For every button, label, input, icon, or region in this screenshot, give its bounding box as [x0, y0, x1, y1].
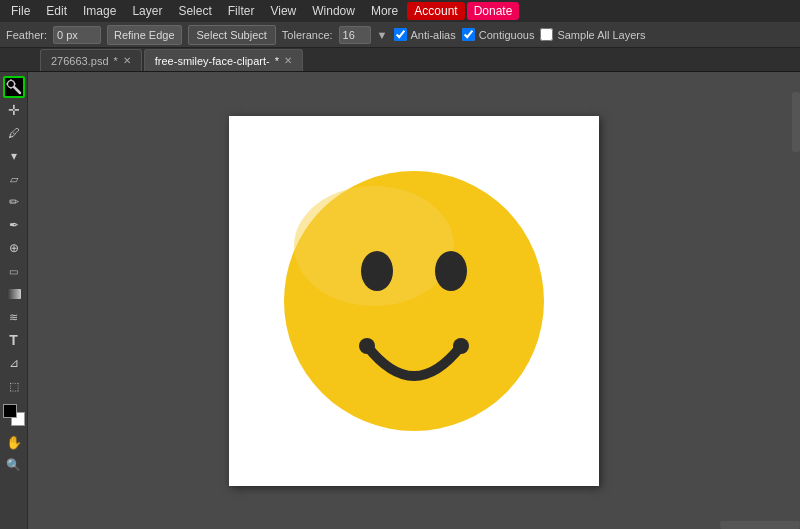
eraser-icon: ▱ [10, 173, 18, 186]
menu-more[interactable]: More [364, 2, 405, 20]
zoom-icon: 🔍 [6, 458, 21, 472]
tab-smiley-close[interactable]: ✕ [284, 55, 292, 66]
text-tool[interactable]: T [3, 329, 25, 351]
brush-tool[interactable]: ✏ [3, 191, 25, 213]
pen-icon: ⊿ [9, 356, 19, 370]
smudge-icon: ≋ [9, 311, 18, 324]
tools-sidebar: ✛ 🖊 ▾ ▱ ✏ ✒ ⊕ ▭ ≋ T ⊿ [0, 72, 28, 529]
tab-smiley-label: free-smiley-face-clipart- [155, 55, 270, 67]
pencil-tool[interactable]: ✒ [3, 214, 25, 236]
pen-tool[interactable]: ⊿ [3, 352, 25, 374]
anti-alias-label: Anti-alias [411, 29, 456, 41]
menu-filter[interactable]: Filter [221, 2, 262, 20]
color-swatches[interactable] [3, 404, 25, 426]
sample-all-label: Sample All Layers [557, 29, 645, 41]
menu-bar: File Edit Image Layer Select Filter View… [0, 0, 800, 22]
canvas-area[interactable] [28, 72, 800, 529]
smudge-tool[interactable]: ≋ [3, 306, 25, 328]
sample-all-group: Sample All Layers [540, 28, 645, 41]
tab-smiley-modified: * [275, 55, 279, 67]
magic-wand-tool[interactable] [3, 76, 25, 98]
move-icon: ✛ [8, 102, 20, 118]
hand-tool[interactable]: ✋ [3, 431, 25, 453]
menu-edit[interactable]: Edit [39, 2, 74, 20]
tab-psd-close[interactable]: ✕ [123, 55, 131, 66]
hand-icon: ✋ [6, 435, 22, 450]
text-icon: T [9, 332, 18, 348]
gradient-tool[interactable] [3, 283, 25, 305]
svg-point-10 [359, 338, 375, 354]
gradient-icon [7, 289, 21, 299]
tab-psd[interactable]: 276663.psd * ✕ [40, 49, 142, 71]
tab-smiley[interactable]: free-smiley-face-clipart- * ✕ [144, 49, 303, 71]
eyedropper-icon: 🖊 [8, 126, 20, 140]
tolerance-input[interactable] [339, 26, 371, 44]
clone-tool[interactable]: ⊕ [3, 237, 25, 259]
main-area: ✛ 🖊 ▾ ▱ ✏ ✒ ⊕ ▭ ≋ T ⊿ [0, 72, 800, 529]
canvas-document [229, 116, 599, 486]
tab-bar: 276663.psd * ✕ free-smiley-face-clipart-… [0, 48, 800, 72]
sample-all-checkbox[interactable] [540, 28, 553, 41]
svg-point-8 [361, 251, 393, 291]
horizontal-scrollbar[interactable] [720, 521, 800, 529]
move-tool[interactable]: ✛ [3, 99, 25, 121]
menu-image[interactable]: Image [76, 2, 123, 20]
eyedropper-tool[interactable]: 🖊 [3, 122, 25, 144]
tab-psd-modified: * [114, 55, 118, 67]
selection-icon: ⬚ [9, 380, 19, 393]
paintbucket-icon: ▾ [11, 149, 17, 163]
zoom-tool[interactable]: 🔍 [3, 454, 25, 476]
menu-layer[interactable]: Layer [125, 2, 169, 20]
menu-file[interactable]: File [4, 2, 37, 20]
refine-edge-button[interactable]: Refine Edge [107, 25, 182, 45]
svg-point-9 [435, 251, 467, 291]
tab-psd-label: 276663.psd [51, 55, 109, 67]
eraser-tool[interactable]: ▱ [3, 168, 25, 190]
shape-icon: ▭ [9, 266, 18, 277]
menu-window[interactable]: Window [305, 2, 362, 20]
dropdown-icon[interactable]: ▼ [377, 29, 388, 41]
tolerance-label: Tolerance: [282, 29, 333, 41]
selection-tool[interactable]: ⬚ [3, 375, 25, 397]
smiley-face-image [229, 116, 599, 486]
paintbucket-tool[interactable]: ▾ [3, 145, 25, 167]
menu-view[interactable]: View [263, 2, 303, 20]
pencil-icon: ✒ [9, 218, 19, 232]
contiguous-group: Contiguous [462, 28, 535, 41]
feather-label: Feather: [6, 29, 47, 41]
brush-icon: ✏ [9, 195, 19, 209]
anti-alias-checkbox[interactable] [394, 28, 407, 41]
svg-point-11 [453, 338, 469, 354]
feather-input[interactable] [53, 26, 101, 44]
select-subject-button[interactable]: Select Subject [188, 25, 276, 45]
menu-account[interactable]: Account [407, 2, 464, 20]
shape-tool[interactable]: ▭ [3, 260, 25, 282]
anti-alias-group: Anti-alias [394, 28, 456, 41]
magic-wand-icon [6, 79, 22, 95]
menu-donate[interactable]: Donate [467, 2, 520, 20]
foreground-color-swatch[interactable] [3, 404, 17, 418]
menu-select[interactable]: Select [171, 2, 218, 20]
svg-point-1 [7, 81, 14, 88]
contiguous-checkbox[interactable] [462, 28, 475, 41]
toolbar: Feather: Refine Edge Select Subject Tole… [0, 22, 800, 48]
contiguous-label: Contiguous [479, 29, 535, 41]
vertical-scrollbar[interactable] [792, 92, 800, 152]
clone-icon: ⊕ [9, 241, 19, 255]
svg-line-0 [14, 87, 20, 93]
